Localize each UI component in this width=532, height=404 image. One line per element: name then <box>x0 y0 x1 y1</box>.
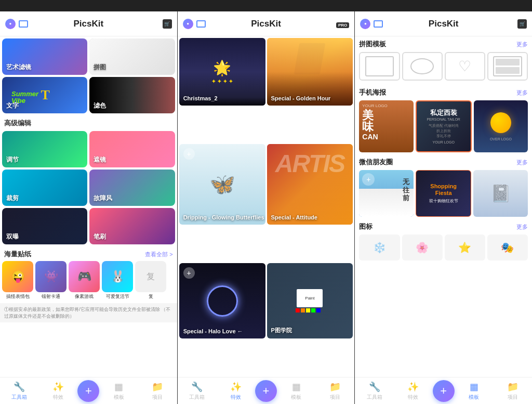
sticker-emoji[interactable]: 😜 搞怪表情包 <box>2 261 33 301</box>
icon-more[interactable]: 更多 <box>516 223 528 231</box>
sticker-cute-icon[interactable]: 🐰 <box>102 261 133 292</box>
nav-toolbox-label-2: 工具箱 <box>189 394 205 401</box>
nav-toolbox-icon-3: 🔧 <box>369 381 380 393</box>
sticker-more[interactable]: 复 复 <box>135 261 166 301</box>
nav-add-btn-2[interactable]: + <box>255 380 277 402</box>
photo-butterfly-plus[interactable]: + <box>183 148 195 160</box>
panel-3: ● PicsKit 🛒 拼图模板 更多 <box>355 11 532 404</box>
nav-toolbox-label-1: 工具箱 <box>11 394 27 401</box>
grid-item-filter-label: 滤色 <box>94 101 106 110</box>
bottom-nav-1: 🔧 工具箱 ✨ 特效 + ▦ 模板 📁 项目 <box>0 377 177 404</box>
nav-add-btn-3[interactable]: + <box>433 380 455 402</box>
grid-item-glitch-label: 故障风 <box>94 194 112 203</box>
moment-shopping[interactable]: ShoppingFiesta 双十购物狂欢节 <box>416 170 471 217</box>
grid-item-crop[interactable]: 裁剪 <box>2 170 87 206</box>
grid-item-adjust[interactable]: 调节 <box>2 131 87 167</box>
collage-square[interactable] <box>359 52 400 81</box>
sticker-pixel[interactable]: 🎮 像素游戏 <box>69 261 100 301</box>
sticker-cute[interactable]: 🐰 可爱复活节 <box>102 261 133 301</box>
photo-golden-hour[interactable]: Special - Golden Hour <box>267 38 353 106</box>
sticker-cute-label: 可爱复活节 <box>106 292 129 301</box>
icon-section: 图标 更多 ❄️ 🌸 ⭐ 🎭 <box>355 219 532 263</box>
grid-item-double[interactable]: 双曝 <box>2 208 87 244</box>
poster-food[interactable]: YOUR LOGO 美味 CAN <box>359 100 413 152</box>
moment-building[interactable]: + 无往前 <box>359 170 414 217</box>
poster-more[interactable]: 更多 <box>516 89 528 97</box>
grid-item-glitch[interactable]: 故障风 <box>89 170 175 206</box>
nav-toolbox-3[interactable]: 🔧 工具箱 <box>355 381 394 401</box>
grid-item-brush[interactable]: 笔刷 <box>89 208 175 244</box>
nav-project-icon-3: 📁 <box>507 381 518 393</box>
icon-item-3[interactable]: ⭐ <box>445 234 485 260</box>
collage-more[interactable]: 更多 <box>516 41 528 48</box>
nav-template-icon-1: ▦ <box>114 381 123 393</box>
grid-item-text-label: 文字 <box>6 101 19 110</box>
nav-project-1[interactable]: 📁 项目 <box>138 381 177 401</box>
bottom-nav-2: 🔧 工具箱 ✨ 特效 + ▦ 模板 📁 项目 <box>178 377 355 404</box>
icon-section-header: 图标 更多 <box>359 222 528 231</box>
poster-moon[interactable]: OVER LOGO <box>474 100 528 152</box>
grid-item-art-label: 艺术滤镜 <box>6 63 31 72</box>
icon-item-2[interactable]: 🌸 <box>402 234 443 260</box>
view-all-stickers[interactable]: 查看全部 > <box>145 251 172 258</box>
top-grid-1: 艺术滤镜 拼图 T SummerVibe 文字 滤色 <box>0 36 177 115</box>
nav-template-1[interactable]: ▦ 模板 <box>99 381 138 401</box>
nav-template-2[interactable]: ▦ 模板 <box>277 381 316 401</box>
collage-section: 拼图模板 更多 ♡ <box>355 36 532 85</box>
moments-section-title: 微信朋友圈 <box>359 158 393 167</box>
panel-1-scroll[interactable]: 艺术滤镜 拼图 T SummerVibe 文字 滤色 高级编辑 <box>0 36 177 377</box>
moment-notebook[interactable]: 📓 <box>473 170 528 217</box>
photo-artist[interactable]: ARTIS Special - Attitude <box>267 144 353 225</box>
grid-item-mask[interactable]: 遮镜 <box>89 131 175 167</box>
photo-p-study-label: P图学院 <box>271 327 292 334</box>
cart-icon-3[interactable]: 🛒 <box>517 19 527 29</box>
cart-icon-1[interactable]: 🛒 <box>163 19 172 29</box>
icon-item-1[interactable]: ❄️ <box>359 234 400 260</box>
nav-effects-1[interactable]: ✨ 特效 <box>39 381 78 401</box>
photo-halo-plus[interactable]: + <box>183 267 195 279</box>
nav-project-3[interactable]: 📁 项目 <box>493 381 532 401</box>
photo-halo[interactable]: + Special - Halo Love ← <box>179 263 265 338</box>
icon-section-title: 图标 <box>359 222 373 231</box>
nav-effects-label-2: 特效 <box>231 394 241 401</box>
poster-row: YOUR LOGO 美味 CAN 私定西装 PERSONAL TAILOR 气质… <box>359 100 528 152</box>
sticker-more-icon[interactable]: 复 <box>135 261 166 292</box>
nav-project-2[interactable]: 📁 项目 <box>316 381 355 401</box>
panel-3-scroll[interactable]: 拼图模板 更多 ♡ <box>355 36 532 377</box>
moments-more[interactable]: 更多 <box>516 159 528 166</box>
poster-suit[interactable]: 私定西装 PERSONAL TAILOR 气质搭配 代做时尚折上折欣享礼不停 Y… <box>416 100 472 152</box>
photo-butterfly[interactable]: 🦋 + Dripping - Glowing Butterflies <box>179 144 265 225</box>
grid-item-art[interactable]: 艺术滤镜 <box>2 38 87 75</box>
sticker-pixel-icon[interactable]: 🎮 <box>69 261 100 292</box>
status-bar <box>0 0 532 11</box>
icon-item-4[interactable]: 🎭 <box>487 234 528 260</box>
nav-template-3[interactable]: ▦ 模板 <box>455 381 494 401</box>
photo-christmas[interactable]: 🌟 ✦ ✦ ✦ ✦ Christmas_2 <box>179 38 265 106</box>
nav-add-btn-1[interactable]: + <box>77 380 99 402</box>
notice-text: ①根据安卓的最新政策，如果您即将/它应用可能会导致历史文件全部被清除 （不过原媒… <box>4 306 173 319</box>
icon-grid: ❄️ 🌸 ⭐ 🎭 <box>359 234 528 260</box>
photo-p-study[interactable]: Paint P图学院 <box>267 263 353 338</box>
nav-toolbox-icon-1: 🔧 <box>14 381 25 393</box>
moment-building-plus[interactable]: + <box>362 173 375 186</box>
nav-effects-2[interactable]: ✨ 特效 <box>216 381 255 401</box>
collage-heart[interactable]: ♡ <box>445 52 485 81</box>
sticker-emoji-icon[interactable]: 😜 <box>2 261 33 292</box>
sticker-cartoon[interactable]: 👾 镭射卡通 <box>35 261 66 301</box>
grid-item-puzzle[interactable]: 拼图 <box>89 38 175 75</box>
photo-grid[interactable]: 🌟 ✦ ✦ ✦ ✦ Christmas_2 Special - Golden H… <box>178 36 355 377</box>
collage-circle[interactable] <box>402 52 443 81</box>
nav-toolbox-2[interactable]: 🔧 工具箱 <box>178 381 217 401</box>
nav-effects-icon-3: ✨ <box>407 381 419 393</box>
grid-item-text[interactable]: T SummerVibe 文字 <box>2 77 87 113</box>
header-right-1[interactable]: 🛒 <box>163 19 172 29</box>
collage-horizontal[interactable] <box>487 52 528 81</box>
nav-toolbox-1[interactable]: 🔧 工具箱 <box>0 381 39 401</box>
grid-item-filter[interactable]: 滤色 <box>89 77 175 113</box>
pro-badge-2[interactable]: PRO <box>336 22 349 28</box>
photo-golden-label: Special - Golden Hour <box>271 95 331 101</box>
sticker-cartoon-icon[interactable]: 👾 <box>35 261 66 292</box>
nav-effects-3[interactable]: ✨ 特效 <box>394 381 433 401</box>
nav-effects-label-1: 特效 <box>53 394 63 401</box>
nav-template-icon-2: ▦ <box>292 381 301 393</box>
